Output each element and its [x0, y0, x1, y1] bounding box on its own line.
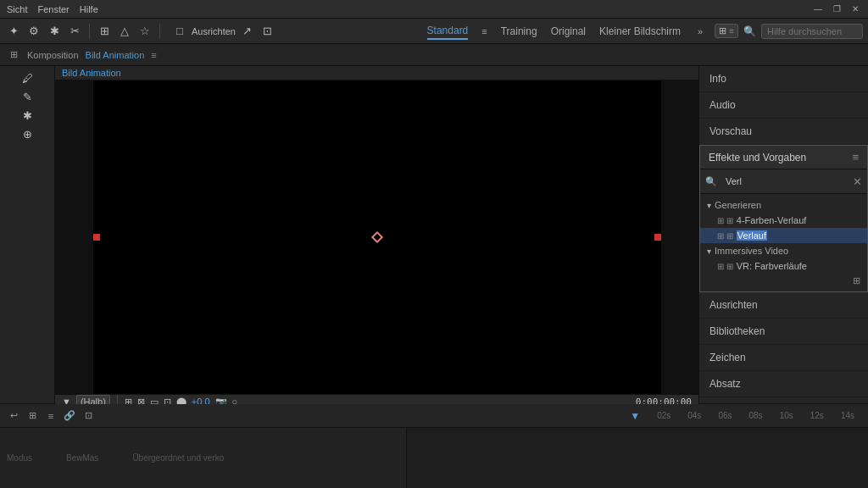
tl-icon-1[interactable]: ↩ — [7, 409, 20, 423]
effects-drag-icon: ⊞ — [853, 275, 860, 286]
timeline-area: ↩ ⊞ ≡ 🔗 ⊡ ▼ 02s 04s 06s 08s 10s 12s 14s … — [0, 403, 868, 488]
timeline-ruler — [407, 428, 868, 488]
menu-bar: Sicht Fenster Hilfe — [7, 4, 98, 14]
tab-kleiner[interactable]: Kleiner Bildschirm — [599, 24, 681, 39]
effects-item-verlauf[interactable]: ⊞ ⊞ Verlauf — [700, 228, 867, 243]
sync-icon: ⊞ — [719, 25, 726, 36]
menu-fenster[interactable]: Fenster — [37, 4, 69, 14]
effects-category-generieren[interactable]: Generieren — [700, 197, 867, 213]
ruler-06s: 06s — [718, 411, 732, 420]
effects-item-vr-icon: ⊞ ⊞ — [717, 262, 733, 271]
tool-icon-7[interactable]: ☆ — [136, 23, 153, 40]
right-panel-absatz[interactable]: Absatz — [699, 371, 868, 397]
right-panel-tracker[interactable]: Tracker — [699, 397, 868, 403]
tl-icon-2[interactable]: ⊞ — [25, 409, 39, 423]
left-tool-1[interactable]: 🖊 — [19, 69, 36, 86]
anchor-left — [93, 234, 100, 241]
tl-icon-5[interactable]: ⊡ — [81, 409, 95, 423]
right-panel-info[interactable]: Info — [699, 66, 868, 92]
right-panel-audio[interactable]: Audio — [699, 92, 868, 119]
preview-area: Bild Animation ▼ (Halb) ⊞ ⊠ ▭ ⊡ ⬤ +0,0 📷… — [55, 66, 698, 403]
timeline-toolbar: ↩ ⊞ ≡ 🔗 ⊡ ▼ 02s 04s 06s 08s 10s 12s 14s — [0, 404, 868, 428]
main-toolbar: ✦ ⚙ ✱ ✂ ⊞ △ ☆ □ Ausrichten ↗ ⊡ Standard … — [0, 19, 868, 44]
effects-item-vr[interactable]: ⊞ ⊞ VR: Farbverläufe — [700, 258, 867, 274]
tool-icon-3[interactable]: ✱ — [46, 23, 63, 40]
effects-search-icon: 🔍 — [705, 176, 717, 187]
sync-label: ≡ — [729, 26, 734, 36]
tl-label-uebergeordnet: Übergeordnet und verko — [132, 453, 224, 463]
left-toolbar: 🖊 ✎ ✱ ⊕ — [0, 66, 55, 403]
tool-icon-4[interactable]: ✂ — [66, 23, 83, 40]
effects-list: Generieren ⊞ ⊞ 4-Farben-Verlauf ⊞ ⊞ Verl… — [700, 194, 867, 291]
tab-standard-icon: ≡ — [481, 26, 487, 36]
ausrichten-arrow: ↗ — [239, 23, 256, 40]
right-panel-zeichen[interactable]: Zeichen — [699, 345, 868, 371]
effects-item-4farben-icon: ⊞ ⊞ — [717, 216, 733, 225]
anchor-right — [654, 234, 661, 241]
timeline-content: Modus BewMas Übergeordnet und verko — [0, 428, 868, 488]
effects-item-verlauf-icon: ⊞ ⊞ — [717, 231, 733, 241]
ruler-02s: 02s — [657, 411, 670, 420]
search-icon: 🔍 — [743, 25, 756, 37]
tl-label-text: Modus — [7, 453, 32, 463]
canvas — [93, 80, 661, 394]
ruler-04s: 04s — [687, 411, 701, 420]
workspace-more-button[interactable]: » — [698, 26, 703, 36]
left-tool-4[interactable]: ⊕ — [19, 125, 36, 142]
ausrichten-group: □ Ausrichten ↗ ⊡ — [171, 23, 276, 40]
effects-item-4farben[interactable]: ⊞ ⊞ 4-Farben-Verlauf — [700, 213, 867, 228]
close-button[interactable]: ✕ — [849, 3, 861, 15]
effects-search-input[interactable] — [721, 173, 849, 190]
search-input[interactable] — [761, 24, 863, 39]
effects-search: 🔍 ✕ — [700, 169, 867, 194]
window-controls: — ❐ ✕ — [812, 3, 861, 15]
right-panel: Info Audio Vorschau Effekte und Vorgaben… — [698, 66, 868, 403]
preview-label: Bild Animation — [55, 66, 698, 80]
right-panel-bibliotheken[interactable]: Bibliotheken — [699, 319, 868, 345]
search-area: ⊞ ≡ 🔍 — [715, 24, 863, 39]
effects-category-immersive[interactable]: Immersives Video — [700, 243, 867, 258]
comp-name[interactable]: Bild Animation — [86, 50, 145, 60]
effects-item-vr-text: VR: Farbverläufe — [737, 261, 860, 271]
right-panel-ausrichten[interactable]: Ausrichten — [699, 292, 868, 319]
ruler-labels: ▼ 02s 04s 06s 08s 10s 12s 14s — [630, 410, 861, 422]
ruler-14s: 14s — [841, 411, 854, 420]
sync-icon-area: ⊞ ≡ — [715, 24, 738, 38]
left-tool-3[interactable]: ✱ — [19, 107, 36, 124]
tl-icon-3[interactable]: ≡ — [44, 409, 58, 423]
tab-original[interactable]: Original — [551, 24, 586, 39]
toolbar-sep-1 — [89, 24, 90, 39]
right-panel-vorschau[interactable]: Vorschau — [699, 119, 868, 145]
menu-sicht[interactable]: Sicht — [7, 4, 27, 14]
effects-title: Effekte und Vorgaben — [709, 152, 806, 164]
highlight-span: Verlauf — [737, 230, 767, 241]
effects-header: Effekte und Vorgaben ≡ — [700, 146, 867, 169]
left-tool-2[interactable]: ✎ — [19, 88, 36, 105]
tool-icon-2[interactable]: ⚙ — [25, 23, 42, 40]
minimize-button[interactable]: — — [812, 3, 824, 15]
tl-label-bewmas: BewMas — [66, 453, 98, 463]
effects-panel: Effekte und Vorgaben ≡ 🔍 ✕ Generieren ⊞ … — [699, 145, 868, 292]
tab-standard[interactable]: Standard — [427, 23, 469, 40]
tab-training[interactable]: Training — [501, 24, 537, 39]
comp-menu-icon[interactable]: ≡ — [151, 50, 156, 60]
main-area: 🖊 ✎ ✱ ⊕ Bild Animation ▼ (Halb) ⊞ ⊠ ▭ ⊡ — [0, 66, 868, 403]
ruler-08s: 08s — [749, 411, 763, 420]
maximize-button[interactable]: ❐ — [831, 3, 843, 15]
workspace-tabs: Standard ≡ Training Original Kleiner Bil… — [427, 23, 704, 40]
tool-icon-6[interactable]: △ — [116, 23, 133, 40]
ausrichten-icon: □ — [171, 23, 188, 40]
timeline-label-area: Modus BewMas Übergeordnet und verko — [0, 428, 407, 488]
tool-icon-5[interactable]: ⊞ — [96, 23, 113, 40]
comp-bar: ⊞ Komposition Bild Animation ≡ — [0, 44, 868, 66]
effects-item-verlauf-text: Verlauf — [737, 230, 860, 241]
tool-icon-1[interactable]: ✦ — [5, 23, 22, 40]
ausrichten-label: Ausrichten — [192, 26, 236, 36]
tl-icon-4[interactable]: 🔗 — [63, 409, 76, 423]
effects-menu-icon[interactable]: ≡ — [852, 151, 859, 164]
effects-clear-button[interactable]: ✕ — [853, 175, 862, 188]
komposition-label: Komposition — [27, 50, 79, 60]
ruler-10s: 10s — [780, 411, 793, 420]
menu-hilfe[interactable]: Hilfe — [80, 4, 98, 14]
title-bar: Sicht Fenster Hilfe — ❐ ✕ — [0, 0, 868, 19]
